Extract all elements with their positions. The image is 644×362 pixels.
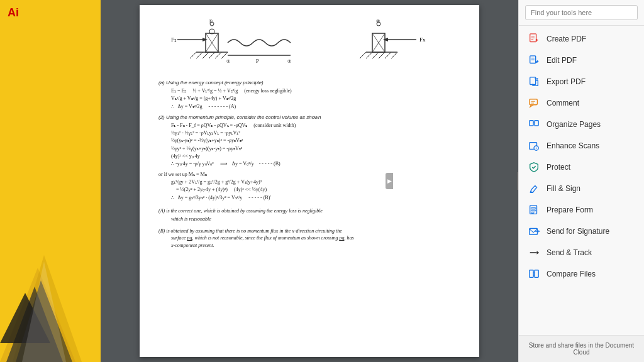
tool-label-send-track: Send & Track — [547, 248, 592, 257]
tools-list: Create PDFEdit PDFExport PDFCommentOrgan… — [519, 26, 644, 335]
tool-label-organize-pages: Organize Pages — [547, 120, 601, 129]
prepare-form-icon — [528, 204, 540, 216]
chevron-right-icon: ▶ — [387, 178, 392, 184]
svg-line-12 — [221, 52, 228, 58]
svg-text:②: ② — [376, 19, 380, 24]
svg-line-26 — [360, 52, 366, 58]
svg-line-29 — [379, 52, 385, 58]
fill-sign-icon — [528, 182, 540, 195]
protect-icon — [528, 161, 540, 173]
adobe-logo-mark: Ai — [8, 6, 19, 19]
tool-item-enhance-scans[interactable]: Enhance Scans — [519, 135, 644, 156]
tool-label-fill-sign: Fill & Sign — [547, 184, 580, 193]
tool-label-export-pdf: Export PDF — [547, 77, 586, 86]
tool-item-send-signature[interactable]: Send for Signature — [519, 221, 644, 242]
svg-line-27 — [366, 52, 372, 58]
svg-line-28 — [372, 52, 379, 58]
tool-label-send-signature: Send for Signature — [547, 227, 609, 236]
tool-item-prepare-form[interactable]: Prepare Form — [519, 199, 644, 221]
tool-item-comment[interactable]: Comment — [519, 92, 644, 114]
svg-line-9 — [203, 52, 209, 58]
svg-marker-53 — [537, 78, 539, 80]
tool-item-fill-sign[interactable]: Fill & Sign — [519, 178, 644, 199]
svg-text:F₁: F₁ — [171, 36, 177, 43]
svg-rect-58 — [530, 121, 533, 126]
search-bar — [519, 0, 644, 26]
left-sidebar: Ai — [0, 0, 101, 362]
right-panel: Create PDFEdit PDFExport PDFCommentOrgan… — [518, 0, 644, 362]
svg-line-7 — [190, 52, 196, 58]
tool-item-compare-files[interactable]: Compare Files — [519, 263, 644, 285]
create-pdf-icon — [528, 33, 540, 45]
svg-text:P: P — [256, 58, 259, 64]
enhance-scans-icon — [528, 140, 540, 152]
tool-item-create-pdf[interactable]: Create PDF — [519, 28, 644, 50]
right-panel-collapse-button[interactable]: ▶ — [386, 173, 393, 189]
svg-text:②: ② — [287, 59, 291, 64]
panel-footer: Store and share files in the Document Cl… — [519, 335, 644, 362]
tool-label-comment: Comment — [547, 99, 579, 107]
tool-item-protect[interactable]: Protect — [519, 156, 644, 178]
edit-pdf-icon — [528, 54, 540, 67]
footer-text: Store and share files in the Document Cl… — [529, 342, 634, 356]
pdf-diagram: F₁ P Fx — [158, 18, 460, 68]
svg-marker-74 — [537, 251, 540, 254]
compare-files-icon — [528, 268, 540, 280]
tool-item-edit-pdf[interactable]: Edit PDF — [519, 50, 644, 71]
svg-marker-17 — [203, 38, 208, 41]
svg-line-30 — [385, 52, 391, 58]
main-content: ◀ F₁ P — [101, 0, 518, 362]
svg-text:Fx: Fx — [419, 36, 426, 43]
svg-rect-54 — [530, 99, 538, 105]
tool-label-create-pdf: Create PDF — [547, 35, 586, 43]
organize-pages-icon — [528, 118, 540, 131]
svg-rect-51 — [530, 77, 536, 85]
tool-label-protect: Protect — [547, 163, 570, 172]
pdf-page: F₁ P Fx — [140, 5, 479, 357]
search-input[interactable] — [525, 5, 638, 20]
tool-label-enhance-scans: Enhance Scans — [547, 141, 599, 150]
tool-label-edit-pdf: Edit PDF — [547, 56, 577, 65]
tool-item-send-track[interactable]: Send & Track — [519, 242, 644, 263]
svg-rect-76 — [535, 270, 538, 278]
svg-rect-68 — [531, 210, 536, 211]
left-panel-collapse-button[interactable]: ◀ — [517, 172, 518, 190]
svg-marker-72 — [538, 230, 540, 233]
svg-rect-59 — [535, 121, 538, 126]
send-track-icon — [528, 246, 540, 259]
svg-line-11 — [215, 52, 221, 58]
tool-item-organize-pages[interactable]: Organize Pages — [519, 114, 644, 135]
tool-label-prepare-form: Prepare Form — [547, 206, 593, 214]
svg-marker-33 — [383, 38, 388, 41]
tool-label-compare-files: Compare Files — [547, 270, 596, 278]
tool-item-export-pdf[interactable]: Export PDF — [519, 71, 644, 92]
svg-rect-75 — [530, 270, 533, 278]
svg-text:①: ① — [226, 59, 230, 64]
send-signature-icon — [528, 225, 540, 238]
svg-rect-67 — [531, 207, 536, 209]
export-pdf-icon — [528, 75, 540, 88]
svg-line-10 — [209, 52, 215, 58]
svg-line-31 — [391, 52, 397, 58]
svg-line-8 — [196, 52, 203, 58]
comment-icon — [528, 97, 540, 109]
svg-text:①: ① — [209, 19, 213, 24]
svg-rect-69 — [531, 212, 535, 214]
pdf-content: (a) Using the energy concept (energy pri… — [158, 79, 460, 249]
